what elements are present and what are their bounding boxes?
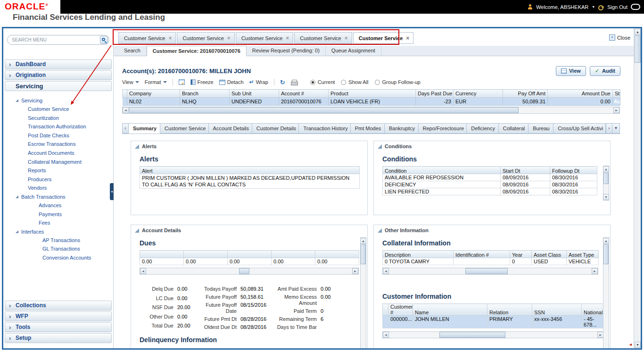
tab-queue-assignment[interactable]: Queue Assignment bbox=[326, 46, 381, 56]
column-header-company[interactable]: Company bbox=[127, 90, 180, 98]
sign-out-link[interactable]: Sign Out bbox=[607, 4, 627, 10]
scroll-left-button[interactable]: ◄ bbox=[383, 332, 389, 338]
column-header-description[interactable]: Description bbox=[383, 251, 454, 258]
row-selector[interactable] bbox=[383, 316, 388, 328]
sidebar-item-collections[interactable]: ›Collections bbox=[5, 301, 112, 311]
condition-row[interactable]: AVAILABLE FOR REPOSESSION 08/09/2016 08/… bbox=[383, 174, 597, 181]
wrap-button[interactable]: ↵Wrap bbox=[249, 79, 268, 85]
tree-item-payments[interactable]: Payments bbox=[3, 210, 113, 219]
tab-transaction-history[interactable]: Transaction History bbox=[299, 123, 350, 134]
collateral-row[interactable]: 0 TOYOTA CAMRY 0 USED VEHICLE bbox=[383, 258, 599, 265]
scroll-up-button[interactable]: ▲ bbox=[635, 29, 641, 35]
column-header-account[interactable]: Account # bbox=[279, 90, 329, 98]
condition-row[interactable]: LIEN PERFECTED 08/09/2016 08/30/2016 bbox=[383, 188, 597, 195]
column-header-asset-class[interactable]: Asset Class bbox=[532, 251, 567, 258]
freeze-button[interactable]: Freeze bbox=[190, 79, 214, 85]
customer-horizontal-scrollbar[interactable]: ◄ ► bbox=[382, 331, 604, 338]
condition-row[interactable]: DEFICIENCY 08/09/2016 08/30/2016 bbox=[383, 181, 597, 188]
tab-cross-up-sell[interactable]: Cross/Up Sell Activi bbox=[553, 123, 606, 134]
tab-customer-service[interactable]: Customer Service bbox=[160, 123, 209, 134]
tree-item-producers[interactable]: Producers bbox=[3, 175, 113, 184]
dues-row[interactable]: 0.00 0.00 0.00 0.00 0.00 bbox=[140, 258, 359, 265]
tab-account-details[interactable]: Account Details bbox=[209, 123, 252, 134]
scrollbar-thumb[interactable] bbox=[465, 268, 508, 274]
tree-group-servicing[interactable]: Servicing bbox=[3, 96, 113, 105]
account-row[interactable]: NL02 NLHQ UNDEFINED 20160700010076 LOAN … bbox=[123, 98, 620, 106]
column-header-product[interactable]: Product bbox=[329, 90, 416, 98]
sidebar-collapse-handle[interactable]: ◄ bbox=[110, 183, 114, 200]
tabs-overflow-menu-button[interactable]: ▼ bbox=[612, 123, 620, 134]
scrollbar-thumb[interactable] bbox=[129, 107, 519, 113]
tab-deficiency[interactable]: Deficiency bbox=[467, 123, 499, 134]
sidebar-item-dashboard[interactable]: ›DashBoard bbox=[5, 59, 112, 69]
window-tab-customer-service-2[interactable]: Customer Service× bbox=[177, 32, 234, 44]
column-header-pay-off-amt[interactable]: Pay Off Amt bbox=[503, 90, 548, 98]
scroll-left-button[interactable]: ◄ bbox=[123, 107, 129, 113]
column-header-relation[interactable]: Relation bbox=[487, 304, 532, 316]
scrollbar-thumb[interactable] bbox=[239, 268, 249, 274]
tabs-scroll-right-button[interactable]: › bbox=[606, 123, 612, 134]
sidebar-item-tools[interactable]: ›Tools bbox=[5, 322, 112, 332]
column-header-start-dt[interactable]: Start Dt bbox=[501, 167, 550, 174]
column-header-asset-type[interactable]: Asset Type bbox=[567, 251, 599, 258]
column-header-alert[interactable]: Alert bbox=[140, 167, 360, 174]
scrollbar-thumb[interactable] bbox=[603, 244, 609, 264]
print-icon[interactable] bbox=[291, 80, 297, 85]
tree-item-vendors[interactable]: Vendors bbox=[3, 184, 113, 193]
scrollbar-thumb[interactable] bbox=[603, 173, 609, 184]
tabs-scroll-left-button[interactable]: ‹ bbox=[122, 123, 129, 134]
audit-button[interactable]: ✓Audit bbox=[590, 66, 620, 76]
close-tab-icon[interactable]: × bbox=[406, 36, 409, 41]
column-header-year[interactable]: Year bbox=[510, 251, 532, 258]
sidebar-item-wfp[interactable]: ›WFP bbox=[5, 311, 112, 321]
window-tab-customer-service-5[interactable]: Customer Service× bbox=[353, 32, 414, 44]
close-tab-icon[interactable]: × bbox=[286, 36, 289, 41]
scroll-up-button[interactable]: ▲ bbox=[603, 238, 609, 244]
column-header-currency[interactable]: Currency bbox=[454, 90, 503, 98]
detach-button[interactable]: Detach bbox=[219, 79, 244, 85]
tree-item-account-documents[interactable]: Account Documents bbox=[3, 149, 113, 158]
scroll-right-button[interactable]: ► bbox=[592, 268, 598, 274]
close-tab-icon[interactable]: × bbox=[227, 36, 231, 41]
tree-item-customer-service[interactable]: Customer Service bbox=[3, 105, 113, 114]
tab-customer-details[interactable]: Customer Details bbox=[252, 123, 299, 134]
tab-repo-foreclosure[interactable]: Repo/Foreclosure bbox=[419, 123, 467, 134]
scroll-left-indicator-icon[interactable]: ◄ bbox=[628, 342, 633, 347]
column-header-amount-due[interactable]: Amount Due bbox=[548, 90, 613, 98]
tree-item-escrow-transactions[interactable]: Escrow Transactions bbox=[3, 140, 113, 149]
tree-group-batch-transactions[interactable]: Batch Transactions bbox=[3, 193, 113, 201]
tree-item-reports[interactable]: Reports bbox=[3, 166, 113, 175]
tree-item-ap-transactions[interactable]: AP Transactions bbox=[3, 236, 113, 245]
tree-item-securitization[interactable]: Securitization bbox=[3, 114, 113, 123]
scroll-down-button[interactable]: ▼ bbox=[603, 194, 609, 200]
column-header-identification[interactable]: Identification # bbox=[454, 251, 510, 258]
other-information-panel-header[interactable]: Other Information bbox=[374, 225, 610, 235]
window-tab-customer-service-1[interactable]: Customer Service× bbox=[118, 32, 176, 44]
tree-item-gl-transactions[interactable]: GL Transactions bbox=[3, 244, 113, 253]
tree-group-interfaces[interactable]: Interfaces bbox=[3, 227, 113, 236]
tab-customer-service-account[interactable]: Customer Service: 20160700010076 bbox=[147, 46, 247, 56]
search-button[interactable] bbox=[100, 36, 108, 44]
scroll-left-button[interactable]: ◄ bbox=[383, 268, 389, 274]
radio-group-follow-up[interactable] bbox=[375, 80, 380, 85]
radio-current[interactable] bbox=[310, 80, 315, 85]
account-details-panel-header[interactable]: Account Details bbox=[131, 225, 367, 235]
tree-item-conversion-accounts[interactable]: Conversion Accounts bbox=[3, 253, 113, 262]
grid-horizontal-scrollbar[interactable]: ◄ ► bbox=[122, 107, 620, 114]
column-header-followup-dt[interactable]: Followup Dt bbox=[550, 167, 597, 174]
conditions-panel-header[interactable]: Conditions bbox=[374, 141, 610, 151]
tab-pmt-modes[interactable]: Pmt Modes bbox=[351, 123, 385, 134]
radio-show-all[interactable] bbox=[341, 80, 346, 85]
view-menu[interactable]: View bbox=[122, 79, 139, 85]
window-tab-customer-service-3[interactable]: Customer Service× bbox=[236, 32, 293, 44]
tab-search[interactable]: Search bbox=[118, 46, 147, 56]
export-icon[interactable] bbox=[179, 79, 185, 85]
scrollbar-thumb[interactable] bbox=[439, 332, 505, 338]
chevron-down-icon[interactable]: ▼ bbox=[592, 5, 595, 8]
tree-item-post-date-checks[interactable]: Post Date Checks bbox=[3, 131, 113, 140]
scroll-up-button[interactable]: ▲ bbox=[360, 238, 366, 244]
dues-horizontal-scrollbar[interactable]: ◄ ► bbox=[140, 268, 359, 275]
tree-item-collateral-management[interactable]: Collateral Management bbox=[3, 158, 113, 167]
other-information-scrollbar[interactable]: ▲ bbox=[603, 237, 609, 348]
tab-review-request[interactable]: Review Request (Pending: 0) bbox=[247, 46, 326, 56]
